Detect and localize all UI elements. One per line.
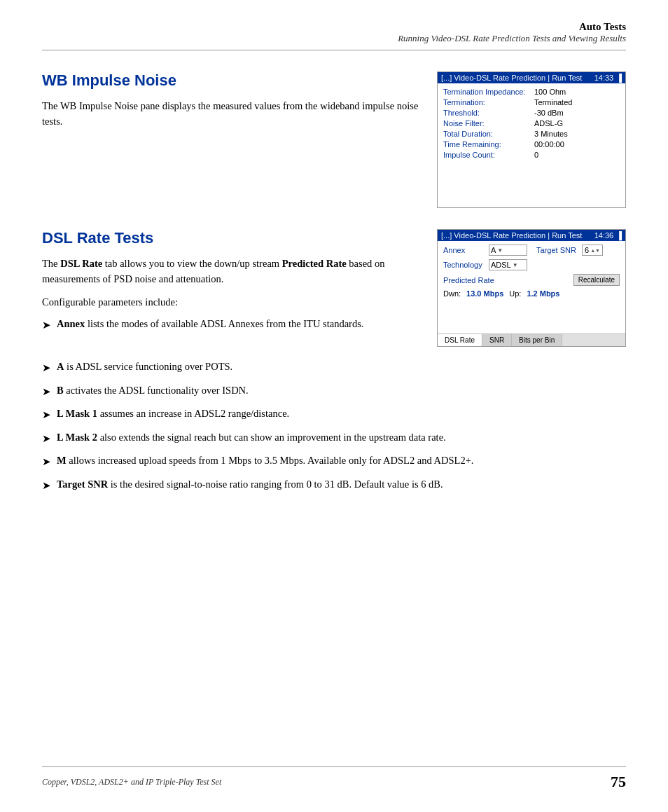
header-title: Auto Tests bbox=[42, 21, 626, 33]
dsl-titlebar: [...] Video-DSL Rate Prediction | Run Te… bbox=[438, 230, 625, 241]
screen-row: Total Duration: 3 Minutes bbox=[443, 130, 620, 138]
dropdown-arrow-icon: ▼ bbox=[497, 247, 503, 254]
header-subtitle: Running Video-DSL Rate Prediction Tests … bbox=[42, 33, 626, 44]
bullet-arrow-icon: ➤ bbox=[42, 478, 51, 494]
tab-dsl-rate[interactable]: DSL Rate bbox=[438, 334, 482, 346]
list-item: ➤ L Mask 2 also extends the signal reach… bbox=[42, 430, 626, 447]
row-label: Termination: bbox=[443, 98, 534, 106]
configurable-label: Configurable parameters include: bbox=[42, 294, 423, 310]
up-value: 1.2 Mbps bbox=[527, 289, 559, 298]
list-item: ➤ M allows increased upload speeds from … bbox=[42, 453, 626, 470]
dsl-snr-value: 6 bbox=[585, 246, 589, 254]
wb-titlebar: [...] Video-DSL Rate Prediction | Run Te… bbox=[438, 72, 625, 83]
bullet-arrow-icon: ➤ bbox=[42, 431, 51, 447]
list-item: ➤ A is ADSL service functioning over POT… bbox=[42, 359, 626, 376]
dropdown-arrow-icon: ▼ bbox=[513, 262, 518, 268]
dsl-section: DSL Rate Tests The DSL Rate tab allows y… bbox=[42, 229, 626, 347]
wb-titlebar-label: [...] Video-DSL Rate Prediction | Run Te… bbox=[441, 74, 582, 82]
bullet-lmask1-text: L Mask 1 assumes an increase in ADSL2 ra… bbox=[57, 406, 289, 422]
dsl-tab-bar: DSL Rate SNR Bits per Bin bbox=[438, 333, 625, 346]
screen-row: Threshold: -30 dBm bbox=[443, 109, 620, 117]
bullet-lmask2-text: L Mask 2 also extends the signal reach b… bbox=[57, 430, 446, 446]
dsl-predicted-label: Predicted Rate bbox=[443, 276, 494, 284]
dwn-label: Dwn: bbox=[443, 289, 461, 298]
dsl-annex-select[interactable]: A ▼ bbox=[489, 245, 527, 256]
dsl-tech-row: Technology ADSL ▼ bbox=[443, 259, 620, 270]
bullet-arrow-icon: ➤ bbox=[42, 407, 51, 423]
row-value: 00:00:00 bbox=[534, 140, 564, 149]
dsl-annex-label: Annex bbox=[443, 246, 485, 254]
bullet-arrow-icon: ➤ bbox=[42, 384, 51, 400]
bullet-b-text: B activates the ADSL functionality over … bbox=[57, 383, 249, 399]
wb-titlebar-text: [...] Video-DSL Rate Prediction | Run Te… bbox=[441, 74, 582, 82]
screen-row: Noise Filter: ADSL-G bbox=[443, 119, 620, 128]
bullet-m-text: M allows increased upload speeds from 1 … bbox=[57, 453, 474, 469]
wb-section: WB Impulse Noise The WB Impulse Noise pa… bbox=[42, 71, 626, 208]
dsl-snr-input[interactable]: 6 ▲▼ bbox=[582, 245, 603, 256]
row-value: 3 Minutes bbox=[534, 130, 568, 138]
screen-row: Termination Impedance: 100 Ohm bbox=[443, 88, 620, 96]
spin-icon: ▲▼ bbox=[590, 248, 600, 253]
wb-heading: WB Impulse Noise bbox=[42, 71, 423, 90]
dsl-tech-value: ADSL bbox=[491, 261, 511, 269]
screen-empty-space bbox=[443, 161, 620, 203]
row-value: Terminated bbox=[534, 98, 572, 106]
dsl-rate-row: Dwn: 13.0 Mbps Up: 1.2 Mbps bbox=[443, 289, 620, 298]
dsl-titlebar-text: [...] Video-DSL Rate Prediction | Run Te… bbox=[441, 231, 582, 240]
screen-row: Time Remaining: 00:00:00 bbox=[443, 140, 620, 149]
dsl-screen-widget: [...] Video-DSL Rate Prediction | Run Te… bbox=[437, 229, 626, 347]
wb-screen-widget: [...] Video-DSL Rate Prediction | Run Te… bbox=[437, 71, 626, 208]
dsl-time: 14:36 bbox=[594, 231, 614, 240]
dsl-annex-row: Annex A ▼ Target SNR 6 ▲▼ bbox=[443, 245, 620, 256]
row-label: Termination Impedance: bbox=[443, 88, 534, 96]
list-item: ➤ B activates the ADSL functionality ove… bbox=[42, 383, 626, 400]
row-label: Noise Filter: bbox=[443, 119, 534, 128]
row-value: 100 Ohm bbox=[534, 88, 566, 96]
page-header: Auto Tests Running Video-DSL Rate Predic… bbox=[42, 21, 626, 50]
dsl-tech-select[interactable]: ADSL ▼ bbox=[489, 259, 527, 270]
list-item: ➤ L Mask 1 assumes an increase in ADSL2 … bbox=[42, 406, 626, 423]
battery-icon: ▐ bbox=[616, 74, 622, 82]
dsl-screenshot: [...] Video-DSL Rate Prediction | Run Te… bbox=[437, 229, 626, 347]
row-value: 0 bbox=[534, 151, 538, 159]
dwn-value: 13.0 Mbps bbox=[466, 289, 503, 298]
wb-time: 14:33 bbox=[594, 74, 614, 82]
dsl-snr-label: Target SNR bbox=[536, 246, 578, 254]
row-label: Time Remaining: bbox=[443, 140, 534, 149]
bullet-a-text: A is ADSL service functioning over POTS. bbox=[57, 359, 232, 375]
screen-row: Impulse Count: 0 bbox=[443, 151, 620, 159]
row-value: -30 dBm bbox=[534, 109, 564, 117]
bullet-arrow-icon: ➤ bbox=[42, 317, 51, 333]
wb-screenshot: [...] Video-DSL Rate Prediction | Run Te… bbox=[437, 71, 626, 208]
dsl-predicted-row: Predicted Rate Recalculate bbox=[443, 274, 620, 286]
tab-bits-per-bin[interactable]: Bits per Bin bbox=[512, 334, 562, 346]
footer-left-text: Copper, VDSL2, ADSL2+ and IP Triple-Play… bbox=[42, 777, 221, 787]
row-label: Total Duration: bbox=[443, 130, 534, 138]
dsl-heading: DSL Rate Tests bbox=[42, 229, 423, 247]
dsl-tech-label: Technology bbox=[443, 261, 485, 269]
dsl-text-col: DSL Rate Tests The DSL Rate tab allows y… bbox=[42, 229, 423, 339]
wb-body: The WB Impulse Noise pane displays the m… bbox=[42, 98, 423, 130]
annex-bullet-text: Annex lists the modes of available ADSL … bbox=[57, 317, 363, 332]
dsl-titlebar-label: [...] Video-DSL Rate Prediction | Run Te… bbox=[441, 231, 582, 240]
tab-snr[interactable]: SNR bbox=[482, 334, 512, 346]
dsl-battery-icon: ▐ bbox=[616, 231, 622, 240]
page-number: 75 bbox=[611, 773, 626, 791]
dsl-intro: The DSL Rate tab allows you to view the … bbox=[42, 256, 423, 287]
list-item: ➤ Target SNR is the desired signal-to-no… bbox=[42, 477, 626, 494]
dsl-titlebar-right: 14:36 ▐ bbox=[594, 231, 622, 240]
row-label: Threshold: bbox=[443, 109, 534, 117]
wb-titlebar-right: 14:33 ▐ bbox=[594, 74, 622, 82]
bullet-snr-text: Target SNR is the desired signal-to-nois… bbox=[57, 477, 443, 493]
wb-text-col: WB Impulse Noise The WB Impulse Noise pa… bbox=[42, 71, 423, 137]
page-footer: Copper, VDSL2, ADSL2+ and IP Triple-Play… bbox=[42, 766, 626, 791]
indent-bullet-list: ➤ Annex lists the modes of available ADS… bbox=[42, 317, 423, 333]
bullet-arrow-icon: ➤ bbox=[42, 360, 51, 376]
full-bullet-list: ➤ A is ADSL service functioning over POT… bbox=[42, 359, 626, 493]
dsl-screen-body: Annex A ▼ Target SNR 6 ▲▼ Technolog bbox=[438, 241, 625, 333]
row-label: Impulse Count: bbox=[443, 151, 534, 159]
recalculate-button[interactable]: Recalculate bbox=[573, 274, 620, 286]
list-item: ➤ Annex lists the modes of available ADS… bbox=[42, 317, 423, 333]
bullet-arrow-icon: ➤ bbox=[42, 454, 51, 470]
wb-screen-body: Termination Impedance: 100 Ohm Terminati… bbox=[438, 83, 625, 207]
